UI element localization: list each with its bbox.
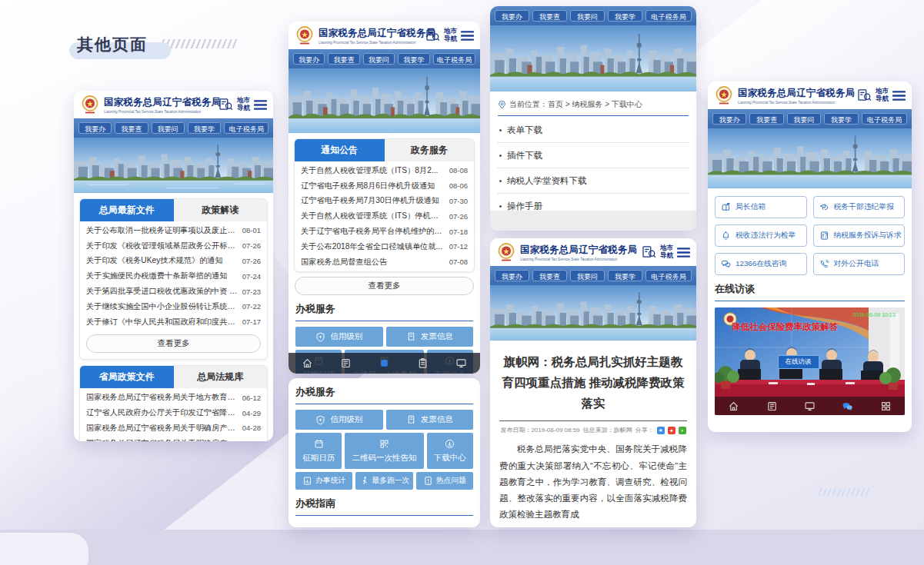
share-weibo-icon[interactable]: ● xyxy=(668,427,675,434)
credit-level-button[interactable]: 信用级别 xyxy=(295,327,383,347)
home-icon[interactable] xyxy=(728,400,739,412)
tab-ask[interactable]: 我要问 xyxy=(570,10,605,22)
city-nav-button[interactable]: 地市 导航 xyxy=(444,28,457,43)
view-more-button[interactable]: 查看更多 xyxy=(86,334,261,353)
menu-icon[interactable] xyxy=(254,100,267,110)
discipline-report-button[interactable]: 税务干部违纪举报 xyxy=(813,196,906,218)
news-item[interactable]: 关于公布取消一批税务证明事项以及废止和修...08-01 xyxy=(86,223,261,238)
news-item[interactable]: 关于继续实施全国中小企业股份转让系统挂牌...07-22 xyxy=(86,299,261,314)
news-item[interactable]: 辽宁省电子税务局8月6日停机升级通知08-06 xyxy=(301,178,468,194)
monitor-icon[interactable] xyxy=(455,357,467,369)
list-item[interactable]: 插件下载 xyxy=(498,143,689,168)
tab-etax[interactable]: 电子税务局 xyxy=(862,113,907,125)
share-wechat-icon[interactable]: ◗ xyxy=(679,427,686,434)
tab-query[interactable]: 我要查 xyxy=(532,270,567,281)
news-item[interactable]: 关于自然人税收管理系统（ITS）停机进...07-26 xyxy=(301,208,468,224)
run-once-button[interactable]: 最多跑一次 xyxy=(355,472,412,490)
tab-etax[interactable]: 电子税务局 xyxy=(645,10,692,22)
share-qzone-icon[interactable]: ★ xyxy=(657,427,665,434)
news-icon[interactable] xyxy=(340,357,352,369)
illegal-report-button[interactable]: 税收违法行为检举 xyxy=(715,224,807,247)
tab-ask[interactable]: 我要问 xyxy=(363,53,395,65)
interview-photo[interactable]: 2019-06-09 10:13 降低社会保险费率政策解答 在线访谈 xyxy=(715,307,905,415)
view-more-button[interactable]: 查看更多 xyxy=(295,277,474,295)
menu-icon[interactable] xyxy=(677,248,690,258)
search-icon[interactable] xyxy=(858,89,872,101)
search-icon[interactable] xyxy=(426,29,440,42)
credit-level-button[interactable]: 信用级别 xyxy=(295,410,383,430)
tab-query[interactable]: 我要查 xyxy=(532,10,567,22)
news-item[interactable]: 关于公布2018年全省全口径城镇单位就...07-12 xyxy=(301,239,468,254)
tab-do[interactable]: 我要办 xyxy=(495,270,529,281)
public-phone-button[interactable]: 对外公开电话 xyxy=(813,253,906,275)
tab-learn[interactable]: 我要学 xyxy=(398,53,429,65)
news-icon[interactable] xyxy=(766,400,778,412)
director-mailbox-button[interactable]: 局长信箱 xyxy=(715,196,807,218)
search-icon[interactable] xyxy=(219,98,233,111)
qrcode-notice-button[interactable]: 二维码一次性告知 xyxy=(345,433,423,469)
stats-button[interactable]: 办事统计 xyxy=(295,472,352,490)
city-nav-button[interactable]: 地市 导航 xyxy=(660,244,673,260)
tab-notices[interactable]: 通知公告 xyxy=(295,139,385,161)
clipboard-icon[interactable] xyxy=(417,357,429,369)
center-action-icon[interactable] xyxy=(379,357,390,369)
tab-etax[interactable]: 电子税务局 xyxy=(645,270,692,281)
chat-active-icon[interactable] xyxy=(842,400,853,412)
tab-learn[interactable]: 我要学 xyxy=(608,10,642,22)
tab-regulation-library[interactable]: 总局法规库 xyxy=(174,366,268,388)
tab-learn[interactable]: 我要学 xyxy=(608,270,642,281)
tab-do[interactable]: 我要办 xyxy=(78,122,112,134)
tab-ask[interactable]: 我要问 xyxy=(570,270,605,281)
city-nav-button[interactable]: 地市 导航 xyxy=(237,97,250,112)
news-item[interactable]: 关于修订《中华人民共和国政府和印度共和国...07-17 xyxy=(86,314,261,330)
news-item[interactable]: 关于印发《税务UKey技术规范》的通知07-26 xyxy=(86,254,261,269)
download-center-button[interactable]: 下载中心 xyxy=(427,433,473,469)
grid-icon[interactable] xyxy=(880,400,892,412)
list-item[interactable]: 纳税人学堂资料下载 xyxy=(498,168,689,194)
tab-ask[interactable]: 我要问 xyxy=(787,113,821,125)
breadcrumb[interactable]: 当前位置：首页 > 纳税服务 > 下载中心 xyxy=(498,99,689,110)
invoice-info-button[interactable]: 发票信息 xyxy=(386,410,474,430)
news-item[interactable]: 国家税务总局督查组公告07-08 xyxy=(301,254,468,270)
page-canvas: /////////// 其他页面 /////////////// 国家税务总局辽… xyxy=(0,0,924,565)
news-item[interactable]: 国家税务总局辽宁省税务局关于明确房产税和...04-28 xyxy=(86,436,261,441)
hot-questions-button[interactable]: 热点问题 xyxy=(416,472,473,490)
news-item[interactable]: 关于自然人税收管理系统（ITS）8月2...08-08 xyxy=(301,163,468,178)
news-item[interactable]: 国家税务总局辽宁省税务局关于明确房产税和...04-28 xyxy=(86,420,261,436)
news-item[interactable]: 关于实施便民办税缴费十条新举措的通知07-24 xyxy=(86,268,261,284)
news-item[interactable]: 关于印发《税收管理领域基层政务公开标准指...07-26 xyxy=(86,238,261,254)
service-complaint-button[interactable]: 纳税服务投诉与诉求 xyxy=(813,224,906,247)
tab-query[interactable]: 我要查 xyxy=(749,113,783,125)
tab-etax[interactable]: 电子税务局 xyxy=(433,53,475,65)
bullet-dot xyxy=(499,205,502,208)
tab-query[interactable]: 我要查 xyxy=(115,122,148,134)
tab-ask[interactable]: 我要问 xyxy=(152,122,185,134)
tab-do[interactable]: 我要办 xyxy=(495,10,529,22)
home-icon[interactable] xyxy=(302,357,313,369)
tab-do[interactable]: 我要办 xyxy=(293,53,325,65)
monitor-icon[interactable] xyxy=(804,400,816,412)
tab-gov-services[interactable]: 政务服务 xyxy=(385,139,475,161)
news-item[interactable]: 关于辽宁省电子税务局平台停机维护的通告07-18 xyxy=(301,224,468,239)
tab-policy-reading[interactable]: 政策解读 xyxy=(174,199,268,221)
search-icon[interactable] xyxy=(642,246,656,258)
tax-calendar-button[interactable]: 征期日历 xyxy=(295,433,342,469)
tab-etax[interactable]: 电子税务局 xyxy=(224,122,269,134)
tab-learn[interactable]: 我要学 xyxy=(824,113,858,125)
online-consult-button[interactable]: 12366在线咨询 xyxy=(715,253,807,275)
tab-province-policy[interactable]: 省局政策文件 xyxy=(80,366,174,388)
news-item[interactable]: 国家税务总局辽宁省税务局关于地方教育附加...06-12 xyxy=(86,390,261,405)
menu-icon[interactable] xyxy=(892,91,906,101)
news-item[interactable]: 辽宁省人民政府办公厅关于印发辽宁省降低社...04-29 xyxy=(86,405,261,420)
news-item[interactable]: 关于第四批享受进口税收优惠政策的中资 “方...07-23 xyxy=(86,284,261,299)
invoice-info-button[interactable]: 发票信息 xyxy=(386,327,474,347)
tab-do[interactable]: 我要办 xyxy=(712,113,746,125)
city-nav-button[interactable]: 地市 导航 xyxy=(876,88,889,103)
list-item[interactable]: 表单下载 xyxy=(498,118,689,143)
tab-learn[interactable]: 我要学 xyxy=(188,122,221,134)
tab-query[interactable]: 我要查 xyxy=(328,53,359,65)
tab-latest-files[interactable]: 总局最新文件 xyxy=(80,199,174,221)
brand-title: 国家税务总局辽宁省税务局 xyxy=(319,27,422,40)
menu-icon[interactable] xyxy=(461,31,474,41)
news-item[interactable]: 辽宁省电子税务局7月30日停机升级通知07-30 xyxy=(301,194,468,209)
